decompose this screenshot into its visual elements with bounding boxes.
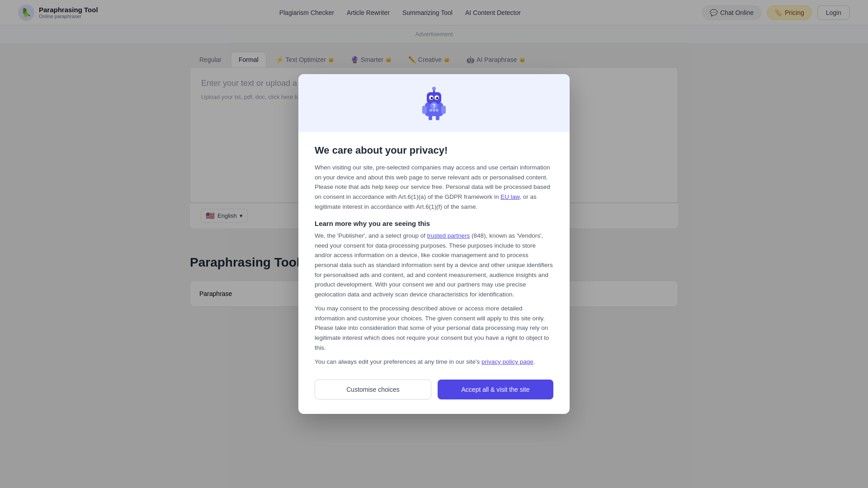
svg-point-16 bbox=[429, 109, 432, 112]
svg-point-18 bbox=[436, 109, 439, 112]
svg-point-10 bbox=[431, 97, 433, 99]
privacy-policy-link[interactable]: privacy policy page bbox=[481, 358, 533, 365]
modal-paragraph2: We, the 'Publisher', and a select group … bbox=[315, 231, 553, 299]
robot-icon: ? bbox=[416, 87, 452, 123]
modal-robot-area: ? bbox=[298, 74, 570, 132]
svg-point-13 bbox=[432, 87, 436, 90]
svg-point-17 bbox=[433, 109, 435, 112]
modal-overlay: ? We care about your privacy! When visit… bbox=[0, 0, 868, 488]
svg-text:?: ? bbox=[432, 103, 435, 109]
eu-law-link[interactable]: EU law bbox=[500, 193, 519, 200]
svg-rect-3 bbox=[422, 106, 427, 114]
modal-body: We care about your privacy! When visitin… bbox=[298, 132, 570, 414]
modal-paragraph4: You can always edit your preferences at … bbox=[315, 357, 553, 367]
modal-paragraph1: When visiting our site, pre-selected com… bbox=[315, 163, 553, 211]
modal-section-title: Learn more why you are seeing this bbox=[315, 220, 553, 227]
svg-point-11 bbox=[436, 97, 439, 99]
modal-actions: Customise choices Accept all & visit the… bbox=[315, 380, 553, 399]
accept-all-button[interactable]: Accept all & visit the site bbox=[438, 380, 553, 399]
modal-title: We care about your privacy! bbox=[315, 145, 553, 156]
privacy-modal: ? We care about your privacy! When visit… bbox=[298, 74, 570, 414]
modal-paragraph3: You may consent to the processing descri… bbox=[315, 304, 553, 352]
svg-rect-6 bbox=[436, 114, 439, 120]
trusted-partners-link[interactable]: trusted partners bbox=[427, 232, 470, 239]
svg-rect-4 bbox=[441, 106, 446, 114]
customise-choices-button[interactable]: Customise choices bbox=[315, 380, 431, 399]
svg-rect-5 bbox=[429, 114, 432, 120]
